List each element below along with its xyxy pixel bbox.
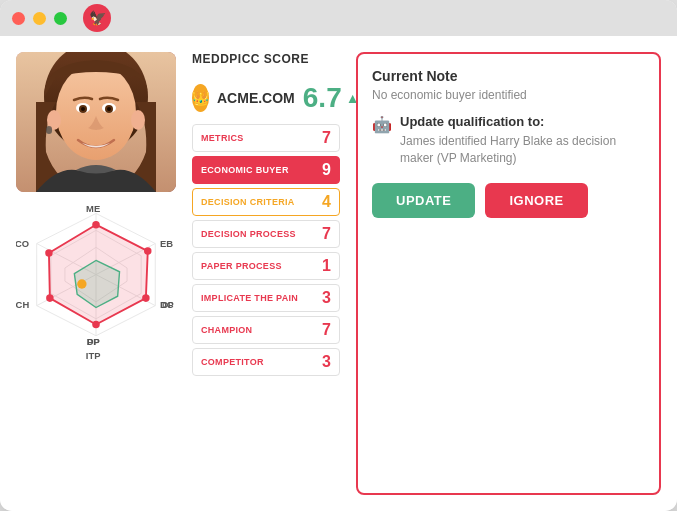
score-header: MEDDPICC SCORE bbox=[192, 52, 340, 72]
app-logo: 🦅 bbox=[83, 4, 111, 32]
company-name: ACME.COM bbox=[217, 90, 295, 106]
score-row-implicate-pain: IMPLICATE THE PAIN 3 bbox=[192, 284, 340, 312]
score-row-decision-process: DECISION PROCESS 7 bbox=[192, 220, 340, 248]
score-value-implicate-pain: 3 bbox=[322, 289, 331, 307]
score-row-champion: CHAMPION 7 bbox=[192, 316, 340, 344]
score-label-decision-process: DECISION PROCESS bbox=[201, 229, 296, 239]
svg-text:CO: CO bbox=[16, 238, 29, 249]
score-value-economic-buyer: 9 bbox=[322, 161, 331, 179]
score-value-competitor: 3 bbox=[322, 353, 331, 371]
score-label-champion: CHAMPION bbox=[201, 325, 252, 335]
update-text: James identified Harry Blake as decision… bbox=[400, 133, 645, 167]
score-value-decision-criteria: 4 bbox=[322, 193, 331, 211]
titlebar: 🦅 bbox=[0, 0, 677, 36]
score-label-competitor: COMPETITOR bbox=[201, 357, 264, 367]
score-row-metrics: METRICS 7 bbox=[192, 124, 340, 152]
score-value-champion: 7 bbox=[322, 321, 331, 339]
close-dot[interactable] bbox=[12, 12, 25, 25]
svg-point-19 bbox=[92, 221, 100, 229]
svg-text:EB: EB bbox=[160, 238, 173, 249]
score-row-economic-buyer: ECONOMIC BUYER 9 bbox=[192, 156, 340, 184]
score-label-implicate-pain: IMPLICATE THE PAIN bbox=[201, 293, 298, 303]
score-value-decision-process: 7 bbox=[322, 225, 331, 243]
score-value-metrics: 7 bbox=[322, 129, 331, 147]
score-label-decision-criteria: DECISION CRITERIA bbox=[201, 197, 295, 207]
note-text: No economic buyer identified bbox=[372, 88, 645, 102]
svg-point-22 bbox=[92, 321, 100, 329]
crown-icon: 👑 bbox=[192, 90, 209, 106]
middle-panel: MEDDPICC SCORE 👑 ACME.COM 6.7 ▲ METRICS … bbox=[192, 52, 340, 495]
score-value: 6.7 bbox=[303, 82, 342, 114]
update-button[interactable]: UPDATE bbox=[372, 183, 475, 218]
score-row-decision-criteria: DECISION CRITERIA 4 bbox=[192, 188, 340, 216]
left-panel: ME EB DC PP ITP CH CO DP DP bbox=[16, 52, 176, 495]
meddpicc-title: MEDDPICC SCORE bbox=[192, 52, 309, 66]
robot-icon: 🤖 bbox=[372, 115, 392, 134]
svg-point-23 bbox=[46, 294, 54, 302]
svg-point-2 bbox=[56, 64, 136, 160]
score-row-paper-process: PAPER PROCESS 1 bbox=[192, 252, 340, 280]
main-content: ME EB DC PP ITP CH CO DP DP MEDDPICC SCO… bbox=[0, 36, 677, 511]
svg-text:ITP: ITP bbox=[86, 350, 101, 361]
score-row-competitor: COMPETITOR 3 bbox=[192, 348, 340, 376]
minimize-dot[interactable] bbox=[33, 12, 46, 25]
score-value-paper-process: 1 bbox=[322, 257, 331, 275]
svg-point-20 bbox=[144, 247, 152, 255]
svg-text:DP: DP bbox=[162, 300, 174, 310]
right-panel: Current Note No economic buyer identifie… bbox=[356, 52, 661, 495]
score-label-economic-buyer: ECONOMIC BUYER bbox=[201, 165, 289, 175]
svg-point-24 bbox=[45, 249, 53, 257]
svg-point-26 bbox=[77, 279, 86, 288]
svg-point-7 bbox=[81, 107, 85, 111]
avatar bbox=[16, 52, 176, 192]
svg-point-21 bbox=[142, 294, 150, 302]
score-display: 6.7 ▲ bbox=[303, 82, 360, 114]
company-row: 👑 ACME.COM 6.7 ▲ bbox=[192, 82, 340, 114]
update-title: Update qualification to: bbox=[400, 114, 645, 129]
app-window: 🦅 bbox=[0, 0, 677, 511]
svg-point-8 bbox=[107, 107, 111, 111]
update-section: 🤖 Update qualification to: James identif… bbox=[372, 114, 645, 167]
ignore-button[interactable]: IGNORE bbox=[485, 183, 587, 218]
svg-text:CH: CH bbox=[16, 299, 29, 310]
svg-rect-11 bbox=[46, 126, 52, 134]
note-title: Current Note bbox=[372, 68, 645, 84]
svg-point-10 bbox=[131, 110, 145, 130]
radar-chart: ME EB DC PP ITP CH CO DP DP bbox=[16, 204, 176, 374]
company-badge: 👑 bbox=[192, 84, 209, 112]
action-buttons: UPDATE IGNORE bbox=[372, 183, 645, 218]
maximize-dot[interactable] bbox=[54, 12, 67, 25]
score-label-metrics: METRICS bbox=[201, 133, 244, 143]
note-section: Current Note No economic buyer identifie… bbox=[372, 68, 645, 102]
update-content: Update qualification to: James identifie… bbox=[400, 114, 645, 167]
svg-text:ME: ME bbox=[86, 204, 100, 214]
score-label-paper-process: PAPER PROCESS bbox=[201, 261, 282, 271]
svg-text:DP: DP bbox=[87, 336, 100, 347]
